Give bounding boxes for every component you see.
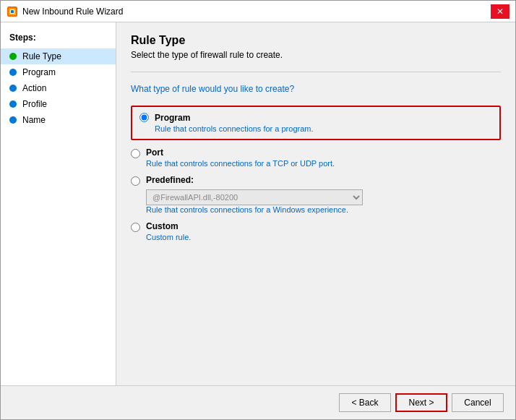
- sidebar: Steps: Rule Type Program Action Profile …: [1, 22, 116, 385]
- custom-option: Custom Custom rule.: [131, 221, 501, 241]
- program-option-label[interactable]: Program: [155, 113, 314, 123]
- main-panel: Rule Type Select the type of firewall ru…: [116, 22, 515, 385]
- step-indicator-program: [9, 69, 17, 76]
- wizard-footer: < Back Next > Cancel: [1, 385, 515, 419]
- divider: [131, 72, 501, 72]
- step-indicator-name: [9, 116, 17, 124]
- next-button[interactable]: Next >: [395, 393, 447, 412]
- predefined-option-content: Predefined: @FirewallAPI.dll,-80200 Rule…: [146, 175, 363, 214]
- radio-custom[interactable]: [131, 223, 140, 232]
- sidebar-label-program: Program: [22, 67, 56, 77]
- port-option: Port Rule that controls connections for …: [131, 147, 501, 168]
- program-option-box: Program Rule that controls connections f…: [131, 106, 501, 140]
- content-area: Steps: Rule Type Program Action Profile …: [1, 22, 515, 385]
- sidebar-item-profile[interactable]: Profile: [1, 96, 116, 112]
- step-indicator-rule-type: [9, 53, 17, 60]
- program-option-desc: Rule that controls connections for a pro…: [155, 124, 314, 133]
- svg-rect-3: [11, 10, 14, 13]
- sidebar-label-name: Name: [22, 115, 46, 125]
- cancel-button[interactable]: Cancel: [452, 393, 504, 412]
- sidebar-item-rule-type[interactable]: Rule Type: [1, 48, 116, 64]
- question-text: What type of rule would you like to crea…: [131, 84, 501, 94]
- custom-option-desc: Custom rule.: [146, 233, 191, 241]
- sidebar-item-program[interactable]: Program: [1, 64, 116, 80]
- sidebar-label-profile: Profile: [22, 99, 47, 109]
- page-subtitle: Select the type of firewall rule to crea…: [131, 50, 501, 60]
- radio-port[interactable]: [131, 149, 140, 158]
- window-title: New Inbound Rule Wizard: [22, 7, 491, 17]
- custom-option-label[interactable]: Custom: [146, 221, 191, 231]
- window-icon: [7, 6, 18, 17]
- sidebar-item-action[interactable]: Action: [1, 80, 116, 96]
- program-option-content: Program Rule that controls connections f…: [155, 113, 314, 133]
- page-title: Rule Type: [131, 34, 501, 47]
- step-indicator-action: [9, 85, 17, 92]
- close-button[interactable]: ✕: [491, 4, 509, 19]
- step-indicator-profile: [9, 100, 17, 108]
- sidebar-item-name[interactable]: Name: [1, 112, 116, 128]
- predefined-option-desc: Rule that controls connections for a Win…: [146, 205, 363, 214]
- back-button[interactable]: < Back: [339, 393, 391, 412]
- predefined-option-label[interactable]: Predefined:: [146, 175, 363, 185]
- radio-predefined[interactable]: [131, 176, 140, 186]
- predefined-option: Predefined: @FirewallAPI.dll,-80200 Rule…: [131, 175, 501, 214]
- sidebar-label-action: Action: [22, 83, 46, 93]
- title-bar: New Inbound Rule Wizard ✕: [1, 1, 515, 22]
- port-option-content: Port Rule that controls connections for …: [146, 147, 335, 168]
- predefined-dropdown[interactable]: @FirewallAPI.dll,-80200: [146, 189, 363, 205]
- port-option-label[interactable]: Port: [146, 147, 335, 158]
- sidebar-title: Steps:: [1, 30, 116, 48]
- sidebar-label-rule-type: Rule Type: [22, 51, 61, 61]
- radio-program[interactable]: [139, 113, 149, 122]
- custom-option-content: Custom Custom rule.: [146, 221, 191, 241]
- option-group: Program Rule that controls connections f…: [131, 106, 501, 374]
- wizard-window: New Inbound Rule Wizard ✕ Steps: Rule Ty…: [0, 0, 516, 420]
- port-option-desc: Rule that controls connections for a TCP…: [146, 159, 335, 168]
